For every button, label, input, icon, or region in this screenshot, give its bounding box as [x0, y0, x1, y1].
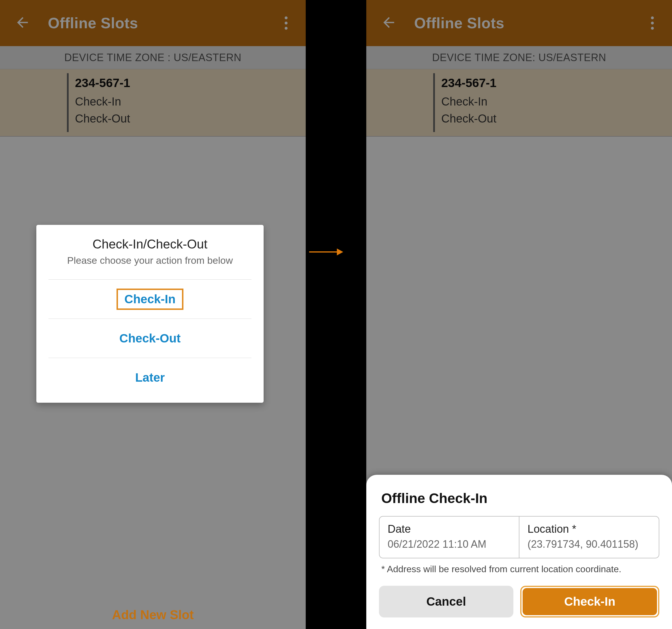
- location-value: (23.791734, 90.401158): [528, 538, 651, 550]
- phone-screen-left: Offline Slots DEVICE TIME ZONE : US/EAST…: [0, 0, 306, 629]
- dialog-option-checkout[interactable]: Check-Out: [113, 329, 187, 348]
- date-label: Date: [388, 523, 511, 535]
- dialog-option-row: Later: [48, 358, 251, 397]
- checkin-button[interactable]: Check-In: [523, 588, 657, 615]
- date-value: 06/21/2022 11:10 AM: [388, 538, 511, 550]
- dialog-title: Check-In/Check-Out: [37, 237, 264, 251]
- add-new-slot-button[interactable]: Add New Slot: [0, 608, 306, 622]
- sheet-field-row: Date 06/21/2022 11:10 AM Location * (23.…: [379, 516, 659, 558]
- dialog-subtitle: Please choose your action from below: [37, 255, 264, 266]
- sheet-title: Offline Check-In: [379, 490, 659, 506]
- dialog-option-row: Check-Out: [48, 319, 251, 358]
- dialog-option-later[interactable]: Later: [129, 369, 171, 387]
- checkin-button-highlight: Check-In: [520, 586, 659, 618]
- dialog-option-checkin[interactable]: Check-In: [117, 288, 183, 310]
- dialog-option-row: Check-In: [48, 279, 251, 319]
- sheet-button-row: Cancel Check-In: [379, 586, 659, 618]
- location-label: Location *: [528, 523, 651, 535]
- offline-checkin-sheet: Offline Check-In Date 06/21/2022 11:10 A…: [366, 475, 672, 629]
- phone-screen-right: Offline Slots DEVICE TIME ZONE: US/EASTE…: [366, 0, 672, 629]
- date-field[interactable]: Date 06/21/2022 11:10 AM: [380, 517, 519, 558]
- location-field[interactable]: Location * (23.791734, 90.401158): [519, 517, 659, 558]
- cancel-button[interactable]: Cancel: [379, 586, 513, 618]
- sheet-footnote: * Address will be resolved from current …: [379, 563, 659, 575]
- flow-arrow-icon: [309, 246, 344, 258]
- action-dialog: Check-In/Check-Out Please choose your ac…: [37, 225, 264, 403]
